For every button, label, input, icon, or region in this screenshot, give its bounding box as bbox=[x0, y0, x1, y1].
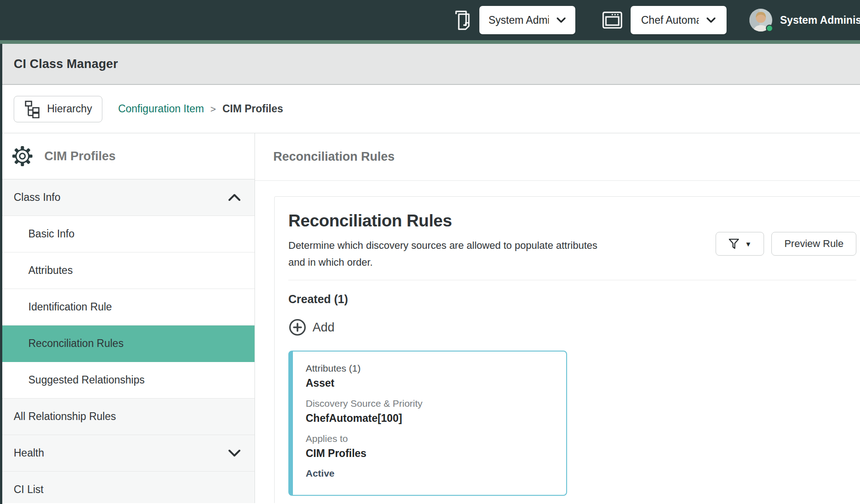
funnel-icon bbox=[728, 238, 739, 250]
add-label: Add bbox=[313, 320, 334, 335]
main-panel: Reconciliation Rules Reconciliation Rule… bbox=[255, 133, 860, 503]
sidebar-item-label: All Relationship Rules bbox=[14, 410, 116, 423]
update-set-picker[interactable]: System Administrator bbox=[479, 6, 575, 34]
user-name[interactable]: System Administrator bbox=[780, 14, 860, 26]
sidebar-item-label: Health bbox=[14, 447, 44, 459]
sidebar-item-label: Basic Info bbox=[28, 228, 74, 240]
sidebar-item-suggested-relationships[interactable]: Suggested Relationships bbox=[0, 362, 255, 399]
rule-field-label: Attributes (1) bbox=[306, 362, 555, 375]
sidebar-item-reconciliation-rules[interactable]: Reconciliation Rules bbox=[0, 326, 255, 362]
rule-field: Applies to CIM Profiles bbox=[306, 432, 555, 461]
rule-field: Discovery Source & Priority ChefAutomate… bbox=[306, 397, 555, 426]
chevron-down-icon bbox=[706, 17, 716, 23]
breadcrumb: Configuration Item > CIM Profiles bbox=[118, 103, 283, 115]
page-title: CI Class Manager bbox=[14, 57, 118, 71]
chevron-down-icon bbox=[556, 17, 566, 23]
application-picker[interactable]: Chef Automate bbox=[631, 6, 727, 34]
update-set-value: System Administrator bbox=[488, 14, 549, 26]
add-rule-button[interactable]: Add bbox=[288, 318, 334, 336]
hierarchy-label: Hierarchy bbox=[47, 103, 92, 115]
sidebar-nav: Class Info Basic Info Attributes Identif… bbox=[0, 179, 255, 503]
update-set-icon[interactable] bbox=[451, 8, 475, 32]
sidebar-item-label: Identification Rule bbox=[28, 301, 112, 313]
section-title: Reconciliation Rules bbox=[288, 211, 608, 231]
gear-icon bbox=[11, 145, 33, 167]
rule-field-label: Discovery Source & Priority bbox=[306, 397, 555, 410]
sidebar-item-all-relationship-rules[interactable]: All Relationship Rules bbox=[0, 399, 255, 435]
breadcrumb-row: Hierarchy Configuration Item > CIM Profi… bbox=[0, 85, 860, 133]
rule-field-label: Applies to bbox=[306, 432, 555, 446]
hierarchy-button[interactable]: Hierarchy bbox=[14, 96, 102, 122]
application-value: Chef Automate bbox=[641, 14, 699, 26]
breadcrumb-configuration-item[interactable]: Configuration Item bbox=[118, 103, 204, 115]
rule-field-value: Asset bbox=[306, 375, 555, 391]
chevron-down-icon bbox=[227, 449, 242, 457]
avatar[interactable] bbox=[749, 9, 772, 31]
section-divider bbox=[288, 280, 856, 280]
reconciliation-rules-card: Reconciliation Rules Determine which dis… bbox=[274, 196, 860, 503]
card-headings: Reconciliation Rules Determine which dis… bbox=[288, 211, 608, 271]
section-description: Determine which discovery sources are al… bbox=[288, 237, 608, 271]
presence-dot bbox=[766, 25, 773, 32]
sidebar-item-identification-rule[interactable]: Identification Rule bbox=[0, 289, 255, 326]
breadcrumb-separator: > bbox=[210, 104, 216, 115]
filter-button[interactable]: ▼ bbox=[716, 232, 764, 256]
sidebar-title: CIM Profiles bbox=[44, 149, 116, 163]
created-heading: Created (1) bbox=[288, 293, 856, 306]
sidebar-item-label: Class Info bbox=[14, 191, 60, 204]
sidebar-item-class-info[interactable]: Class Info bbox=[0, 179, 255, 216]
plus-circle-icon bbox=[288, 318, 307, 336]
panel-header: Reconciliation Rules bbox=[255, 133, 860, 181]
application-scope-icon[interactable] bbox=[600, 8, 624, 32]
hierarchy-icon bbox=[24, 100, 41, 118]
rule-field-value: ChefAutomate[100] bbox=[306, 410, 555, 426]
stacked-documents-icon bbox=[452, 9, 473, 31]
top-nav: System Administrator Chef Automate bbox=[0, 0, 860, 40]
content: CIM Profiles Class Info Basic Info Attri… bbox=[0, 133, 860, 503]
preview-rule-button[interactable]: Preview Rule bbox=[771, 232, 856, 256]
title-bar: CI Class Manager bbox=[0, 44, 860, 85]
sidebar: CIM Profiles Class Info Basic Info Attri… bbox=[0, 133, 255, 503]
card-actions: ▼ Preview Rule bbox=[716, 232, 856, 256]
sidebar-item-basic-info[interactable]: Basic Info bbox=[0, 216, 255, 252]
rule-status-badge: Active bbox=[306, 468, 555, 479]
sidebar-item-label: Attributes bbox=[28, 264, 73, 277]
sidebar-item-label: Suggested Relationships bbox=[28, 374, 144, 386]
accent-strip bbox=[0, 40, 860, 44]
caret-down-icon: ▼ bbox=[745, 240, 752, 248]
sidebar-item-ci-list[interactable]: CI List bbox=[0, 472, 255, 503]
sidebar-header: CIM Profiles bbox=[0, 133, 255, 179]
left-edge-strip bbox=[0, 44, 2, 504]
breadcrumb-current: CIM Profiles bbox=[223, 103, 283, 115]
sidebar-item-label: CI List bbox=[14, 483, 43, 496]
sidebar-item-attributes[interactable]: Attributes bbox=[0, 252, 255, 289]
rule-card[interactable]: Attributes (1) Asset Discovery Source & … bbox=[288, 351, 567, 496]
chevron-up-icon bbox=[227, 193, 242, 202]
rule-field-value: CIM Profiles bbox=[306, 446, 555, 461]
ci-class-manager-app: System Administrator Chef Automate bbox=[0, 0, 860, 504]
card-top: Reconciliation Rules Determine which dis… bbox=[288, 211, 856, 271]
panel-title: Reconciliation Rules bbox=[273, 150, 395, 164]
app-window-icon bbox=[602, 11, 623, 29]
rule-field: Attributes (1) Asset bbox=[306, 362, 555, 391]
sidebar-item-label: Reconciliation Rules bbox=[28, 337, 123, 350]
sidebar-item-health[interactable]: Health bbox=[0, 435, 255, 472]
